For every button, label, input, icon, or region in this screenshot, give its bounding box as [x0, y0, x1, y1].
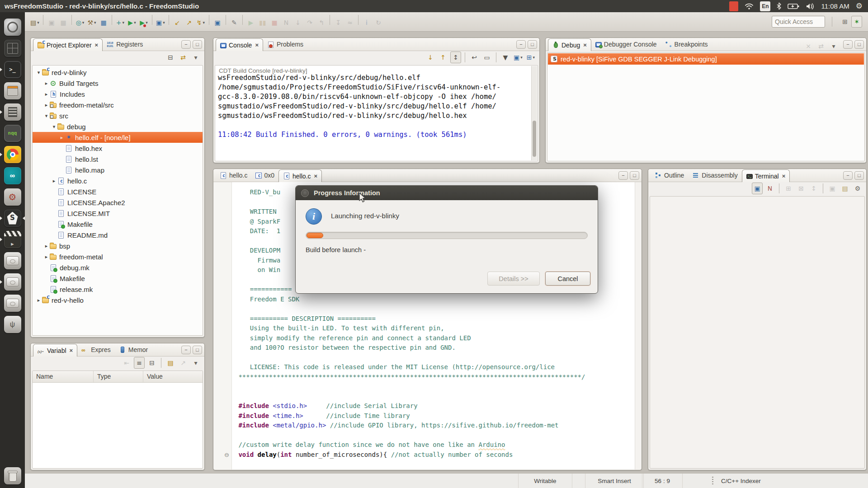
- tab-expres[interactable]: Expres: [77, 343, 115, 356]
- tree-item-license-apache2[interactable]: LICENSE.Apache2: [33, 197, 203, 208]
- view-menu-button[interactable]: ▾: [828, 40, 839, 52]
- terminal-settings-button[interactable]: ⚙: [852, 183, 863, 194]
- tree-item-license-mit[interactable]: LICENSE.MIT: [33, 208, 203, 219]
- tab-hello-c[interactable]: hello.c: [216, 169, 251, 182]
- tree-item-license[interactable]: LICENSE: [33, 186, 203, 197]
- fold-collapse-icon[interactable]: ⊖: [214, 450, 231, 460]
- tree-item-build-targets[interactable]: ▸Build Targets: [33, 78, 203, 89]
- maximize-button[interactable]: □: [528, 40, 537, 49]
- column-header-type[interactable]: Type: [94, 371, 143, 382]
- tree-item-makefile[interactable]: Makefile: [33, 219, 203, 230]
- launcher-workspace-switcher[interactable]: [4, 40, 21, 57]
- flash-device-button[interactable]: ↯▾: [195, 17, 206, 28]
- tab-project-explorer[interactable]: Project Explorer×: [33, 38, 103, 51]
- open-console-button[interactable]: ▣: [212, 17, 223, 28]
- scroll-lock-button[interactable]: ↕: [450, 52, 461, 63]
- tab-disassembly[interactable]: Disassembly: [688, 169, 741, 182]
- dropdown-arrow-icon[interactable]: ▾: [37, 20, 39, 25]
- session-gear-icon[interactable]: ⚙: [856, 1, 863, 11]
- tab-problems[interactable]: Problems: [263, 38, 307, 51]
- tree-item-src[interactable]: ▾src: [33, 110, 203, 121]
- launcher-freedomstudio[interactable]: [4, 210, 21, 227]
- view-menu-button[interactable]: ▾: [190, 357, 201, 369]
- expand-arrow-icon[interactable]: ▾: [35, 70, 42, 75]
- column-header-value[interactable]: Value: [143, 371, 203, 382]
- launcher-system-tools[interactable]: ⚙: [4, 188, 21, 206]
- tree-item-debug-mk[interactable]: debug.mk: [33, 262, 203, 273]
- expand-arrow-icon[interactable]: ▸: [43, 102, 50, 108]
- minimize-button[interactable]: −: [843, 40, 853, 49]
- maximize-button[interactable]: □: [854, 40, 864, 49]
- tree-item-release-mk[interactable]: release.mk: [33, 284, 203, 295]
- tree-item-freedom-metal[interactable]: ▸freedom-metal: [33, 251, 203, 262]
- tab-variabl[interactable]: Variabl×: [33, 344, 77, 357]
- tab-outline[interactable]: Outline: [651, 169, 688, 182]
- bluetooth-icon[interactable]: [777, 1, 781, 11]
- tree-item-hello-lst[interactable]: hello.lst: [33, 154, 203, 164]
- launcher-calculator[interactable]: [4, 103, 21, 121]
- new-view-button[interactable]: ▣▾: [155, 17, 166, 28]
- dropdown-arrow-icon[interactable]: ▾: [134, 20, 136, 25]
- minimize-button[interactable]: −: [618, 171, 628, 180]
- minimize-button[interactable]: −: [181, 346, 191, 354]
- expand-arrow-icon[interactable]: ▸: [43, 243, 50, 249]
- link-with-editor-button[interactable]: ⇄: [178, 52, 189, 63]
- tab-0x0[interactable]: 0x0: [251, 169, 278, 182]
- collapse-all-button[interactable]: ⊟: [146, 357, 157, 369]
- tree-item-red-v-hello[interactable]: ▸red-v-hello: [33, 295, 203, 305]
- recording-indicator-icon[interactable]: [729, 1, 738, 11]
- expand-arrow-icon[interactable]: ▸: [35, 297, 42, 303]
- close-icon[interactable]: ×: [255, 42, 259, 48]
- tab-hello-c[interactable]: hello.c×: [278, 169, 322, 182]
- maximize-button[interactable]: □: [854, 171, 864, 180]
- tree-item-freedom-metal-src[interactable]: ▸freedom-metal/src: [33, 99, 203, 110]
- display-selected-console-button[interactable]: ▣▾: [513, 52, 524, 63]
- launcher-ubuntu-dash[interactable]: [4, 19, 21, 36]
- open-perspective-button[interactable]: ⊞: [840, 16, 850, 28]
- launcher-disk-3[interactable]: [4, 295, 21, 312]
- word-wrap-button[interactable]: ↩: [469, 52, 480, 63]
- tree-item-debug[interactable]: ▾debug: [33, 121, 203, 132]
- scroll-to-end-button[interactable]: ↓: [425, 52, 436, 63]
- tree-item-makefile[interactable]: Makefile: [33, 273, 203, 284]
- overview-ruler[interactable]: [635, 182, 641, 469]
- new-button[interactable]: ▤▾: [29, 17, 40, 28]
- mark-occurrences-button[interactable]: ✎: [229, 17, 240, 28]
- tab-debugger-console[interactable]: Debugger Console: [591, 38, 661, 51]
- pin-console-button[interactable]: ▼: [500, 52, 511, 63]
- launcher-disk-2[interactable]: [4, 273, 21, 291]
- expand-arrow-icon[interactable]: ▾: [43, 113, 50, 119]
- debug-launch-button[interactable]: ▶▾: [138, 17, 149, 28]
- tree-item-red-v-blinky[interactable]: ▾red-v-blinky: [33, 67, 203, 78]
- tree-item-hello-hex[interactable]: hello.hex: [33, 143, 203, 154]
- window-menu-icon[interactable]: [301, 189, 309, 197]
- maximize-button[interactable]: □: [193, 40, 202, 49]
- debug-perspective-button[interactable]: ✶: [851, 16, 862, 28]
- tab-terminal[interactable]: Terminal×: [742, 169, 790, 182]
- quick-access-input[interactable]: [772, 16, 825, 28]
- debug-session-row[interactable]: red-v-blinky [SiFive GDB SEGGER J-Link D…: [548, 53, 864, 65]
- tree-item-hello-map[interactable]: hello.map: [33, 164, 203, 175]
- launcher-arduino-ide[interactable]: ∞: [4, 167, 21, 184]
- expand-arrow-icon[interactable]: ▸: [58, 135, 65, 141]
- tree-item-hello-elf-none-le[interactable]: ▸hello.elf - [none/le]: [33, 132, 203, 143]
- dropdown-arrow-icon[interactable]: ▾: [123, 20, 125, 25]
- dropdown-arrow-icon[interactable]: ▾: [94, 20, 96, 25]
- flash-target-button[interactable]: ◎▾: [75, 17, 85, 28]
- launcher-archive-manager[interactable]: [4, 82, 21, 99]
- maximize-button[interactable]: □: [193, 346, 202, 354]
- tree-item-bsp[interactable]: ▸bsp: [33, 240, 203, 251]
- dropdown-arrow-icon[interactable]: ▾: [533, 55, 535, 60]
- terminal-content[interactable]: [650, 196, 865, 469]
- expand-arrow-icon[interactable]: ▸: [43, 91, 50, 97]
- view-menu-button[interactable]: ▾: [190, 52, 201, 63]
- column-header-name[interactable]: Name: [33, 371, 94, 382]
- import-button[interactable]: ↙: [172, 17, 183, 28]
- minimize-button[interactable]: −: [181, 40, 191, 49]
- close-icon[interactable]: ×: [583, 42, 587, 48]
- export-button[interactable]: ↗: [184, 17, 194, 28]
- run-button[interactable]: ▶▾: [127, 17, 137, 28]
- launcher-notepadqq[interactable]: nqq: [4, 125, 21, 142]
- close-icon[interactable]: ×: [70, 347, 73, 354]
- collapse-all-button[interactable]: ⊟: [165, 52, 176, 63]
